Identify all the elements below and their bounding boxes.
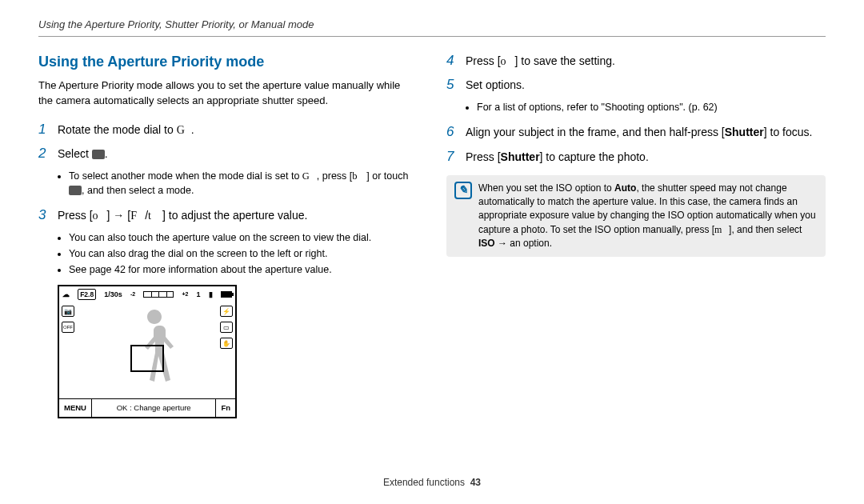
step-3: 3 Press [o] → [F/t] to adjust the apertu… bbox=[38, 206, 418, 226]
step-number: 3 bbox=[38, 206, 50, 226]
step-5-text: Set options. bbox=[466, 77, 826, 93]
step-2-sub-item: To select another mode when the mode dia… bbox=[69, 169, 418, 198]
step-5: 5 Set options. bbox=[446, 75, 826, 95]
note-box: ✎ When you set the ISO option to Auto, t… bbox=[446, 175, 826, 258]
text: , and then select a mode. bbox=[82, 185, 194, 196]
text: ] to focus. bbox=[764, 126, 813, 138]
mode-touch-icon bbox=[69, 186, 82, 195]
note-text: When you set the ISO option to Auto, the… bbox=[478, 182, 818, 251]
step-2-end: . bbox=[105, 147, 108, 160]
text: ] or touch bbox=[366, 170, 408, 182]
ev-lo: -2 bbox=[130, 290, 135, 298]
step-number: 6 bbox=[446, 122, 458, 142]
section-intro: The Aperture Priority mode allows you to… bbox=[38, 78, 418, 109]
lcd-top-bar: ☁ F2.8 1/30s -2 +2 1 ▮ bbox=[59, 286, 235, 302]
ok-hint: OK : Change aperture bbox=[92, 399, 215, 417]
lcd-bottom-bar: MENU OK : Change aperture Fn bbox=[59, 398, 235, 417]
text: Press [ bbox=[58, 209, 93, 222]
footer-page: 43 bbox=[470, 477, 481, 488]
step-5-sublist: For a list of options, refer to "Shootin… bbox=[477, 100, 826, 114]
step-3-sub-item: You can also touch the aperture value on… bbox=[69, 230, 418, 245]
mode-dial-glyph: G bbox=[302, 169, 317, 183]
step-2-text: Select bbox=[58, 147, 92, 160]
cloud-icon: ☁ bbox=[62, 290, 70, 300]
drive-icon: 📷 bbox=[62, 306, 74, 317]
menu-label: MENU bbox=[58, 398, 92, 418]
step-number: 2 bbox=[38, 144, 50, 164]
back-glyph: b bbox=[352, 169, 366, 183]
shutter-bold: Shutter bbox=[501, 150, 540, 163]
step-4: 4 Press [o] to save the setting. bbox=[446, 51, 826, 71]
page-footer: Extended functions 43 bbox=[0, 476, 864, 490]
step-3-sublist: You can also touch the aperture value on… bbox=[69, 230, 418, 277]
step-2-sublist: To select another mode when the mode dia… bbox=[69, 169, 418, 198]
note-icon: ✎ bbox=[454, 182, 472, 199]
ok-glyph: o bbox=[501, 54, 515, 70]
off-icon: OFF bbox=[62, 322, 74, 333]
step-6: 6 Align your subject in the frame, and t… bbox=[446, 122, 826, 142]
text: ] to adjust the aperture value. bbox=[162, 209, 307, 222]
step-1-end: . bbox=[191, 123, 194, 136]
step-number: 1 bbox=[38, 120, 50, 140]
right-glyph: t bbox=[148, 208, 162, 224]
step-number: 7 bbox=[446, 147, 458, 167]
size-icon: ▭ bbox=[220, 322, 233, 333]
step-5-sub-item: For a list of options, refer to "Shootin… bbox=[477, 100, 826, 114]
exposure-meter bbox=[143, 291, 174, 298]
focus-frame bbox=[130, 345, 164, 372]
mode-icon bbox=[92, 150, 105, 159]
shots-remaining: 1 bbox=[197, 290, 201, 300]
lcd-illustration: ☁ F2.8 1/30s -2 +2 1 ▮ 📷 OFF bbox=[58, 285, 237, 418]
text: When you set the ISO option to bbox=[478, 182, 614, 194]
card-icon: ▮ bbox=[209, 290, 213, 300]
breadcrumb: Using the Aperture Priority, Shutter Pri… bbox=[38, 18, 826, 37]
aperture-value: F2.8 bbox=[78, 289, 96, 300]
text: ] to capture the photo. bbox=[540, 150, 649, 163]
right-column: 4 Press [o] to save the setting. 5 Set o… bbox=[446, 51, 826, 418]
ok-glyph: o bbox=[93, 208, 107, 224]
shutter-bold: Shutter bbox=[725, 126, 764, 138]
step-number: 5 bbox=[446, 75, 458, 95]
shutter-value: 1/30s bbox=[104, 290, 122, 300]
left-glyph: F bbox=[130, 208, 145, 224]
text: To select another mode when the mode dia… bbox=[69, 170, 302, 182]
text: → an option. bbox=[495, 238, 552, 249]
auto-bold: Auto bbox=[614, 182, 636, 194]
stabilize-icon: ✋ bbox=[220, 338, 233, 349]
step-1-text: Rotate the mode dial to bbox=[58, 123, 177, 136]
section-title: Using the Aperture Priority mode bbox=[38, 51, 418, 72]
text: Press [ bbox=[466, 150, 501, 163]
step-1: 1 Rotate the mode dial to G. bbox=[38, 120, 418, 140]
ev-hi: +2 bbox=[182, 290, 188, 298]
lcd-body: 📷 OFF ⚡ ▭ ✋ bbox=[59, 302, 235, 398]
mode-dial-glyph: G bbox=[177, 122, 191, 138]
left-column: Using the Aperture Priority mode The Ape… bbox=[38, 51, 418, 418]
battery-icon bbox=[221, 291, 232, 298]
menu-glyph: m bbox=[714, 223, 729, 237]
footer-section: Extended functions bbox=[383, 477, 465, 488]
flash-icon: ⚡ bbox=[220, 306, 233, 317]
text: ], and then select bbox=[729, 224, 802, 235]
fn-label: Fn bbox=[215, 398, 236, 418]
step-2: 2 Select . bbox=[38, 144, 418, 164]
step-7: 7 Press [Shutter] to capture the photo. bbox=[446, 147, 826, 167]
text: , press [ bbox=[317, 170, 352, 182]
text: ] to save the setting. bbox=[515, 54, 615, 67]
text: Align your subject in the frame, and the… bbox=[466, 126, 725, 138]
step-number: 4 bbox=[446, 51, 458, 71]
step-3-sub-item: See page 42 for more information about t… bbox=[69, 262, 418, 277]
text: Press [ bbox=[466, 54, 501, 67]
text: ] → [ bbox=[107, 209, 131, 222]
step-3-sub-item: You can also drag the dial on the screen… bbox=[69, 246, 418, 261]
iso-bold: ISO bbox=[478, 238, 495, 249]
